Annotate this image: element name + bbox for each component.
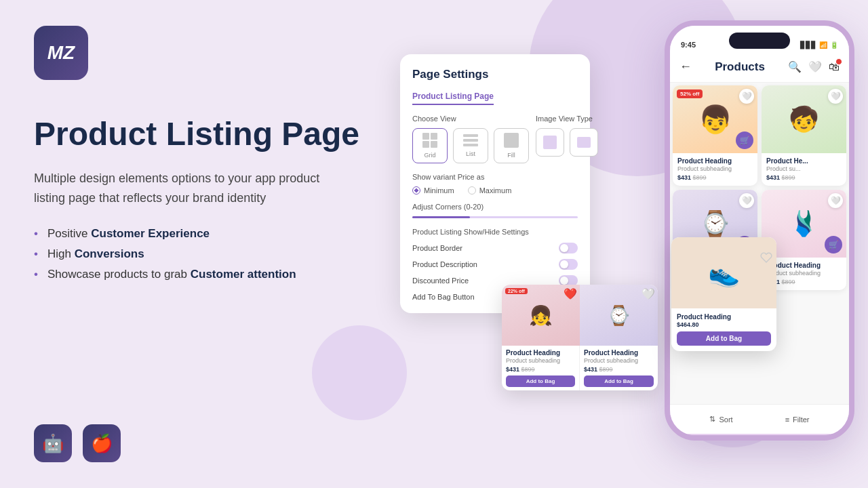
- mini-product-1-heading: Product Heading: [506, 349, 575, 357]
- show-variant-label: Show variant Price as: [412, 173, 578, 181]
- bullet-3-prefix: Showcase products to grab: [47, 268, 191, 281]
- list-label: List: [466, 150, 475, 157]
- mini-product-2-info: Product Heading Product subheading $431 …: [580, 346, 658, 390]
- back-button[interactable]: ←: [679, 60, 692, 74]
- featured-card-heading: Product Heading: [677, 313, 771, 321]
- image-type-option-2[interactable]: [570, 128, 598, 157]
- page-title: Product Listing Page: [34, 115, 373, 152]
- description-text: Multiple design elements options to your…: [34, 169, 326, 208]
- phone-header-title: Products: [715, 60, 765, 74]
- cart-btn-1[interactable]: 🛒: [736, 131, 753, 149]
- platform-badges: 🤖 🍎: [34, 424, 121, 462]
- toggle-product-border-switch[interactable]: [559, 243, 578, 253]
- wishlist-btn-1[interactable]: 🤍: [739, 89, 754, 104]
- radio-group-variant: Minimum Maximum: [412, 186, 578, 195]
- toggle-product-border[interactable]: Product Border: [412, 243, 578, 253]
- phone-bottom-bar: ⇅ Sort ≡ Filter: [670, 404, 849, 434]
- bg-circle-3: [312, 325, 407, 420]
- radio-maximum-circle: [468, 186, 476, 195]
- product-4-heading: Product Heading: [766, 262, 842, 269]
- mini-product-2-price: $431 $899: [584, 366, 654, 373]
- choose-view-label: Choose View: [412, 115, 529, 123]
- toggle-product-description-switch[interactable]: [559, 259, 578, 270]
- bullet-3: Showcase products to grab Customer atten…: [34, 268, 373, 281]
- mini-sale-badge-1: 22% off: [505, 288, 528, 294]
- product-1-heading: Product Heading: [677, 157, 753, 165]
- mini-wish-2[interactable]: 🤍: [642, 287, 655, 300]
- toggle-product-border-label: Product Border: [412, 244, 462, 252]
- mini-product-2-subheading: Product subheading: [584, 357, 654, 364]
- bullet-2-prefix: High: [47, 247, 75, 260]
- radio-maximum[interactable]: Maximum: [468, 186, 512, 195]
- mini-product-1[interactable]: 👧 22% off ❤️ Product Heading Product sub…: [502, 285, 580, 390]
- sort-label: Sort: [719, 415, 732, 424]
- add-to-bag-btn-2[interactable]: Add to Bag: [584, 375, 654, 387]
- mini-wish-1[interactable]: ❤️: [564, 287, 577, 300]
- cart-badge-wrapper[interactable]: 🛍: [829, 61, 840, 73]
- sort-button[interactable]: ⇅ Sort: [709, 415, 732, 424]
- phone-wrapper: 9:45 ▊▊▊ 📶 🔋 ← Products 🔍 🤍 🛍: [665, 20, 854, 441]
- featured-card-image: 👟: [671, 237, 776, 308]
- add-to-bag-btn-1[interactable]: Add to Bag: [506, 375, 575, 387]
- product-1-price: $431 $899: [677, 174, 753, 181]
- mini-product-2[interactable]: ⌚ 🤍 Product Heading Product subheading $…: [580, 285, 658, 390]
- view-option-grid[interactable]: Grid: [412, 128, 448, 163]
- product-1-info: Product Heading Product subheading $431 …: [673, 153, 757, 186]
- add-to-bag-featured[interactable]: Add to Bag: [677, 331, 771, 346]
- radio-minimum[interactable]: Minimum: [412, 186, 454, 195]
- adjust-corners-label: Adjust Corners (0-20): [412, 203, 578, 211]
- view-option-list[interactable]: List: [453, 128, 488, 163]
- android-badge[interactable]: 🤖: [34, 424, 72, 462]
- product-2-price: $431 $899: [766, 174, 842, 181]
- grid-label: Grid: [424, 152, 435, 159]
- filter-label: Filter: [793, 415, 809, 424]
- featured-card-info: Product Heading $464.80 Add to Bag: [671, 308, 776, 351]
- product-card-2[interactable]: 🧒 🤍 Product He... Product su... $431 $89…: [762, 85, 846, 186]
- bullet-1-prefix: Positive: [47, 227, 91, 240]
- toggle-product-description[interactable]: Product Description: [412, 259, 578, 270]
- bullet-3-bold: Customer attention: [191, 268, 296, 281]
- toggle-add-to-bag-label: Add To Bag Button: [412, 293, 475, 301]
- product-2-info: Product He... Product su... $431 $899: [762, 153, 846, 186]
- ios-badge[interactable]: 🍎: [83, 424, 121, 462]
- phone-frame: 9:45 ▊▊▊ 📶 🔋 ← Products 🔍 🤍 🛍: [665, 20, 854, 441]
- featured-wish-icon[interactable]: [760, 241, 772, 270]
- phone-header: ← Products 🔍 🤍 🛍: [670, 52, 849, 83]
- settings-panel-tab[interactable]: Product Listing Page: [412, 92, 494, 105]
- radio-minimum-circle: [412, 186, 420, 195]
- bullet-2: High Conversions: [34, 247, 373, 261]
- bullet-list: Positive Customer Experience High Conver…: [34, 227, 373, 281]
- cart-dot: [835, 58, 842, 65]
- filter-icon: ≡: [785, 415, 789, 424]
- filter-button[interactable]: ≡ Filter: [785, 415, 810, 424]
- mini-product-1-subheading: Product subheading: [506, 357, 575, 364]
- image-view-type-label: Image View Type: [536, 115, 598, 123]
- product-1-subheading: Product subheading: [677, 165, 753, 172]
- slider-fill: [412, 216, 470, 218]
- wishlist-icon[interactable]: 🤍: [808, 60, 822, 73]
- radio-maximum-label: Maximum: [479, 186, 512, 195]
- mini-product-2-image: ⌚ 🤍: [580, 285, 658, 346]
- bullet-2-bold: Conversions: [75, 247, 144, 260]
- view-options: Grid List Fill: [412, 128, 529, 163]
- image-type-option-1[interactable]: [536, 128, 564, 157]
- wishlist-btn-3[interactable]: 🤍: [739, 193, 754, 208]
- wishlist-btn-2[interactable]: 🤍: [828, 89, 843, 104]
- search-icon[interactable]: 🔍: [788, 60, 802, 73]
- phone-notch: [729, 33, 790, 49]
- logo: MZ: [34, 26, 88, 80]
- cart-btn-4[interactable]: 🛒: [825, 236, 842, 253]
- wishlist-btn-4[interactable]: 🤍: [828, 193, 843, 208]
- product-card-1[interactable]: 👦 52% off 🤍 🛒 Product Heading Product su…: [673, 85, 757, 186]
- sale-badge-1: 52% off: [677, 89, 703, 98]
- product-1-image: 👦 52% off 🤍 🛒: [673, 85, 757, 153]
- corners-slider[interactable]: [412, 216, 578, 218]
- product-2-subheading: Product su...: [766, 165, 842, 172]
- settings-panel: Page Settings Product Listing Page Choos…: [400, 54, 590, 313]
- signal-icon: ▊▊▊: [800, 41, 816, 49]
- toggle-product-description-label: Product Description: [412, 260, 477, 268]
- mini-product-1-info: Product Heading Product subheading $431 …: [502, 346, 579, 390]
- wifi-icon: 📶: [819, 41, 827, 49]
- view-option-fill[interactable]: Fill: [494, 128, 529, 163]
- featured-card[interactable]: 👟 Product Heading $464.80 Add to Bag: [671, 237, 776, 351]
